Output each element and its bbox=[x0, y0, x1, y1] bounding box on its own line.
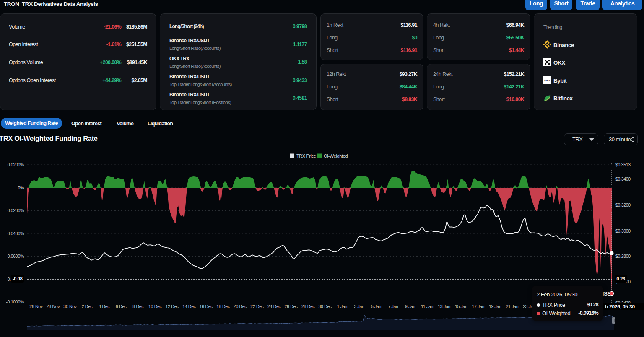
svg-text:4 Dec: 4 Dec bbox=[99, 304, 109, 309]
svg-text:$0.2800: $0.2800 bbox=[615, 254, 631, 259]
svg-text:-0.0400%: -0.0400% bbox=[6, 231, 24, 236]
svg-text:10 Dec: 10 Dec bbox=[148, 304, 162, 309]
svg-text:22 Dec: 22 Dec bbox=[250, 304, 264, 309]
svg-text:$0.3513: $0.3513 bbox=[615, 162, 631, 167]
svg-text:30 Dec: 30 Dec bbox=[319, 304, 332, 309]
svg-text:-0.0600%: -0.0600% bbox=[6, 254, 24, 259]
svg-text:8 Dec: 8 Dec bbox=[132, 304, 143, 309]
svg-text:9 Jan: 9 Jan bbox=[405, 304, 415, 309]
svg-text:0.26: 0.26 bbox=[616, 276, 625, 281]
svg-text:12 Dec: 12 Dec bbox=[166, 304, 179, 309]
svg-text:21 Jan: 21 Jan bbox=[506, 304, 519, 309]
svg-text:b 2026, 05:30: b 2026, 05:30 bbox=[605, 304, 635, 310]
svg-text:19 Jan: 19 Jan bbox=[489, 304, 501, 309]
svg-text:5 Jan: 5 Jan bbox=[371, 304, 382, 309]
svg-text:16 Dec: 16 Dec bbox=[200, 304, 213, 309]
svg-text:TRX Price: TRX Price bbox=[296, 153, 316, 158]
svg-text:20 Dec: 20 Dec bbox=[234, 304, 247, 309]
svg-text:24 Dec: 24 Dec bbox=[267, 304, 281, 309]
svg-text:-0.1000%: -0.1000% bbox=[6, 299, 24, 304]
svg-text:14 Dec: 14 Dec bbox=[182, 304, 196, 309]
svg-text:26 Dec: 26 Dec bbox=[284, 304, 298, 309]
svg-text:$0.3400: $0.3400 bbox=[615, 176, 631, 181]
svg-text:0.0200%: 0.0200% bbox=[8, 162, 24, 167]
svg-text:28 Dec: 28 Dec bbox=[301, 304, 315, 309]
svg-text:2 Dec: 2 Dec bbox=[82, 304, 93, 309]
svg-text:0%: 0% bbox=[18, 185, 24, 190]
svg-text:28 Nov: 28 Nov bbox=[47, 304, 60, 309]
svg-text:OI-Weighted: OI-Weighted bbox=[324, 153, 348, 158]
svg-text:7 Jan: 7 Jan bbox=[388, 304, 398, 309]
svg-text:-0.08: -0.08 bbox=[13, 276, 23, 281]
svg-text:30 Nov: 30 Nov bbox=[63, 304, 77, 309]
svg-text:15 Jan: 15 Jan bbox=[455, 304, 467, 309]
svg-text:1 Jan: 1 Jan bbox=[337, 304, 348, 309]
svg-text:$0.3200: $0.3200 bbox=[615, 202, 631, 207]
svg-text:13 Jan: 13 Jan bbox=[438, 304, 450, 309]
svg-text:17 Jan: 17 Jan bbox=[472, 304, 484, 309]
svg-text:11 Jan: 11 Jan bbox=[421, 304, 433, 309]
svg-text:-0.0200%: -0.0200% bbox=[6, 208, 24, 213]
svg-text:18 Dec: 18 Dec bbox=[216, 304, 230, 309]
svg-text:26 Nov: 26 Nov bbox=[29, 304, 43, 309]
svg-text:$0.3000: $0.3000 bbox=[615, 228, 631, 233]
svg-text:6 Dec: 6 Dec bbox=[116, 304, 127, 309]
svg-text:3 Jan: 3 Jan bbox=[354, 304, 364, 309]
